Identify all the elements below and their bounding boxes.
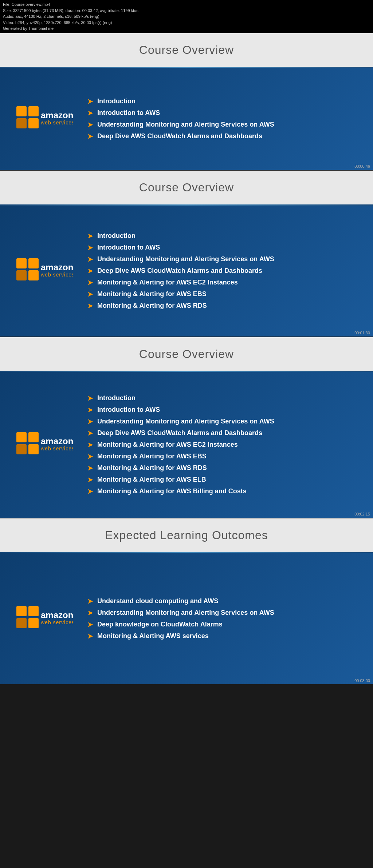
course-item-label-3: Deep Dive AWS CloudWatch Alarms and Dash… [97,132,262,140]
file-info-line5: Generated by Thumbnail me [3,25,370,32]
course-items-slide4: ➤ Understand cloud computing and AWS ➤ U… [80,594,366,644]
svg-rect-14 [16,444,27,454]
svg-text:amazon: amazon [41,436,73,446]
arrow-icon-2: ➤ [87,418,93,426]
arrow-icon-0: ➤ [87,394,93,402]
expected-learning-outcomes-header: Expected Learning Outcomes [0,518,373,552]
course-item-0: ➤ Introduction [87,232,366,240]
arrow-icon-1: ➤ [87,609,93,617]
file-info-line4: Video: h264, yuv420p, 1280x720, 685 kb/s… [3,20,370,26]
arrow-icon-0: ➤ [87,597,93,605]
svg-text:web services: web services [40,446,73,451]
svg-text:web services: web services [40,120,73,126]
course-item-3: ➤ Deep Dive AWS CloudWatch Alarms and Da… [87,267,366,275]
slide-title-slide2: Course Overview [0,181,373,194]
course-item-5: ➤ Monitoring & Alerting for AWS EBS [87,290,366,298]
svg-text:amazon: amazon [41,262,73,272]
course-item-label-0: Introduction [97,232,136,240]
course-overview-header: Course Overview [0,337,373,371]
arrow-icon-0: ➤ [87,232,93,240]
slide-content-slide2: amazon web services ➤ Introduction ➤ Int… [0,206,373,337]
svg-rect-0 [16,106,27,116]
course-item-0: ➤ Introduction [87,394,366,402]
course-item-0: ➤ Introduction [87,97,366,105]
slide-title-slide3: Course Overview [0,347,373,361]
slide-slide3: Course Overview amazon web services [0,337,373,518]
course-overview-header: Course Overview [0,33,373,67]
course-item-label-0: Introduction [97,97,136,105]
arrow-icon-6: ➤ [87,464,93,472]
arrow-icon-1: ➤ [87,109,93,117]
arrow-icon-0: ➤ [87,97,93,105]
aws-logo: amazon web services [7,104,80,134]
course-item-label-0: Understand cloud computing and AWS [97,597,218,605]
aws-logo: amazon web services [7,604,80,633]
course-item-6: ➤ Monitoring & Alerting for AWS RDS [87,302,366,310]
svg-rect-3 [28,118,39,128]
course-items-slide3: ➤ Introduction ➤ Introduction to AWS ➤ U… [80,391,366,499]
course-item-1: ➤ Understanding Monitoring and Alerting … [87,609,366,617]
course-item-8: ➤ Monitoring & Alerting for AWS Billing … [87,487,366,495]
course-item-label-8: Monitoring & Alerting for AWS Billing an… [97,487,247,495]
course-item-2: ➤ Deep knowledge on CloudWatch Alarms [87,621,366,629]
arrow-icon-5: ➤ [87,453,93,461]
course-item-label-2: Understanding Monitoring and Alerting Se… [97,121,274,128]
course-item-label-2: Deep knowledge on CloudWatch Alarms [97,621,223,628]
course-item-label-0: Introduction [97,394,136,402]
arrow-icon-4: ➤ [87,279,93,287]
arrow-icon-3: ➤ [87,429,93,437]
course-item-label-1: Understanding Monitoring and Alerting Se… [97,609,274,617]
svg-rect-9 [28,270,39,280]
svg-rect-8 [16,270,27,280]
svg-rect-6 [16,258,27,268]
arrow-icon-8: ➤ [87,487,93,495]
slide-slide4: Expected Learning Outcomes amazon web se… [0,518,373,684]
arrow-icon-3: ➤ [87,132,93,140]
svg-rect-1 [28,106,39,116]
course-item-1: ➤ Introduction to AWS [87,244,366,252]
arrow-icon-5: ➤ [87,290,93,298]
svg-rect-20 [16,618,27,628]
slide-content-slide4: amazon web services ➤ Understand cloud c… [0,553,373,684]
svg-text:amazon: amazon [41,110,73,120]
course-item-3: ➤ Deep Dive AWS CloudWatch Alarms and Da… [87,429,366,437]
slide-title-slide1: Course Overview [0,43,373,57]
course-item-label-1: Introduction to AWS [97,244,160,251]
arrow-icon-1: ➤ [87,244,93,252]
course-item-label-1: Introduction to AWS [97,406,160,414]
course-item-label-1: Introduction to AWS [97,109,160,117]
timestamp-slide4: 00:03:00 [354,678,370,683]
aws-logo: amazon web services [7,256,80,286]
svg-rect-15 [28,444,39,454]
course-item-label-3: Deep Dive AWS CloudWatch Alarms and Dash… [97,267,262,275]
arrow-icon-3: ➤ [87,267,93,275]
arrow-icon-1: ➤ [87,406,93,414]
course-item-label-7: Monitoring & Alerting for AWS ELB [97,476,206,483]
course-item-label-6: Monitoring & Alerting for AWS RDS [97,464,207,472]
course-items-slide2: ➤ Introduction ➤ Introduction to AWS ➤ U… [80,228,366,314]
course-item-label-2: Understanding Monitoring and Alerting Se… [97,255,274,263]
course-item-1: ➤ Introduction to AWS [87,406,366,414]
arrow-icon-6: ➤ [87,302,93,310]
course-item-6: ➤ Monitoring & Alerting for AWS RDS [87,464,366,472]
slide-content-slide1: amazon web services ➤ Introduction ➤ Int… [0,68,373,170]
slide-slide1: Course Overview amazon web services [0,33,373,170]
timestamp-slide1: 00:00:46 [354,164,370,168]
svg-rect-13 [28,432,39,442]
course-item-label-6: Monitoring & Alerting for AWS RDS [97,302,207,310]
arrow-icon-2: ➤ [87,121,93,129]
course-item-0: ➤ Understand cloud computing and AWS [87,597,366,605]
arrow-icon-2: ➤ [87,621,93,629]
svg-rect-21 [28,618,39,628]
course-item-2: ➤ Understanding Monitoring and Alerting … [87,255,366,263]
svg-text:web services: web services [40,272,73,278]
aws-logo: amazon web services [7,430,80,459]
slides-container: Course Overview amazon web services [0,33,373,684]
slide-content-slide3: amazon web services ➤ Introduction ➤ Int… [0,372,373,518]
course-overview-header: Course Overview [0,171,373,204]
slide-slide2: Course Overview amazon web services [0,171,373,337]
svg-text:web services: web services [40,620,73,625]
course-item-3: ➤ Deep Dive AWS CloudWatch Alarms and Da… [87,132,366,140]
course-item-label-2: Understanding Monitoring and Alerting Se… [97,418,274,425]
course-item-1: ➤ Introduction to AWS [87,109,366,117]
